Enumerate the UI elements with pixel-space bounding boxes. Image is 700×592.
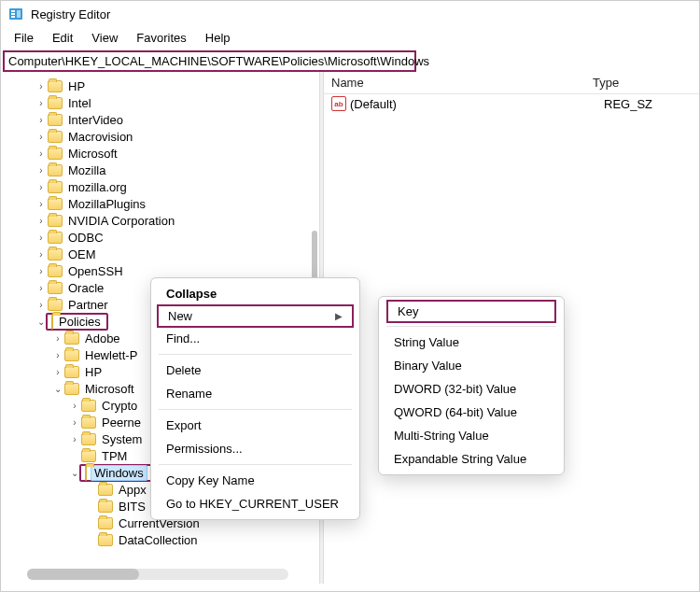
tree-item-label: Appx xyxy=(117,483,148,497)
values-header: Name Type xyxy=(324,72,699,94)
address-bar[interactable]: Computer\HKEY_LOCAL_MACHINE\SOFTWARE\Pol… xyxy=(3,50,416,72)
tree-scrollbar-h[interactable] xyxy=(27,569,288,580)
svg-rect-3 xyxy=(11,16,15,18)
folder-icon xyxy=(81,400,96,412)
folder-icon xyxy=(64,383,79,395)
ctx-collapse[interactable]: Collapse xyxy=(151,282,359,305)
tree-item[interactable]: ›NVIDIA Corporation xyxy=(1,212,319,229)
menu-file[interactable]: File xyxy=(7,29,41,47)
chevron-right-icon[interactable]: › xyxy=(51,367,64,377)
ctx-new-string[interactable]: String Value xyxy=(379,331,564,354)
folder-icon xyxy=(48,248,63,261)
chevron-right-icon[interactable]: › xyxy=(35,132,48,142)
chevron-right-icon[interactable]: › xyxy=(51,333,64,344)
folder-icon xyxy=(48,232,63,244)
folder-icon xyxy=(81,416,96,429)
tree-item[interactable]: ›Mozilla xyxy=(1,162,319,178)
folder-icon xyxy=(98,484,113,496)
menu-edit[interactable]: Edit xyxy=(45,29,80,47)
value-row[interactable]: ab (Default) REG_SZ xyxy=(324,94,699,113)
highlight-box: Policies xyxy=(46,313,108,331)
ctx-export[interactable]: Export xyxy=(151,414,359,437)
ctx-goto-hkcu[interactable]: Go to HKEY_CURRENT_USER xyxy=(151,492,359,515)
folder-icon xyxy=(64,332,79,345)
chevron-right-icon[interactable]: › xyxy=(35,182,48,192)
chevron-right-icon[interactable]: › xyxy=(68,434,81,444)
ctx-permissions[interactable]: Permissions... xyxy=(151,437,359,460)
ctx-new-expandstring[interactable]: Expandable String Value xyxy=(379,447,564,471)
chevron-right-icon[interactable]: › xyxy=(35,199,48,209)
col-header-name[interactable]: Name xyxy=(324,72,585,93)
folder-icon xyxy=(48,282,63,294)
ctx-new-binary[interactable]: Binary Value xyxy=(379,354,564,377)
chevron-right-icon[interactable]: › xyxy=(35,300,48,310)
folder-icon xyxy=(81,433,96,445)
tree-item-label: Oracle xyxy=(66,281,105,295)
tree-item[interactable]: DataCollection xyxy=(1,531,319,548)
chevron-right-icon[interactable]: › xyxy=(35,81,48,92)
svg-rect-2 xyxy=(11,13,15,15)
ctx-rename[interactable]: Rename xyxy=(151,382,359,405)
menu-bar: File Edit View Favorites Help xyxy=(1,27,699,50)
tree-item[interactable]: ›Microsoft xyxy=(1,145,319,162)
ctx-new-key[interactable]: Key xyxy=(386,300,556,323)
tree-item[interactable]: ›ODBC xyxy=(1,229,319,246)
chevron-right-icon[interactable]: › xyxy=(51,350,64,360)
ctx-delete[interactable]: Delete xyxy=(151,359,359,382)
chevron-right-icon[interactable]: › xyxy=(35,266,48,276)
tree-item-label: ODBC xyxy=(66,231,105,245)
string-value-icon: ab xyxy=(331,96,346,111)
menu-favorites[interactable]: Favorites xyxy=(129,29,193,47)
tree-item[interactable]: ›mozilla.org xyxy=(1,178,319,195)
chevron-right-icon[interactable]: › xyxy=(35,283,48,293)
tree-item-label: Microsoft xyxy=(66,147,119,161)
tree-item-label: HP xyxy=(66,79,87,93)
scrollbar-thumb[interactable] xyxy=(27,569,139,580)
tree-item-label: InterVideo xyxy=(66,113,125,127)
ctx-separator xyxy=(159,409,352,410)
chevron-right-icon[interactable]: › xyxy=(35,115,48,125)
ctx-separator xyxy=(159,464,352,465)
title-bar: Registry Editor xyxy=(1,1,699,27)
chevron-right-icon[interactable]: › xyxy=(35,233,48,243)
ctx-new-dword[interactable]: DWORD (32-bit) Value xyxy=(379,377,564,401)
tree-item-label: MozillaPlugins xyxy=(66,197,147,211)
tree-item[interactable]: ›Intel xyxy=(1,94,319,111)
folder-icon xyxy=(48,181,63,193)
tree-item[interactable]: ›MozillaPlugins xyxy=(1,195,319,212)
chevron-right-icon[interactable]: › xyxy=(35,165,48,176)
tree-item[interactable]: ›Macrovision xyxy=(1,128,319,145)
folder-icon xyxy=(48,265,63,277)
tree-item[interactable]: ›InterVideo xyxy=(1,111,319,128)
menu-help[interactable]: Help xyxy=(198,29,238,47)
folder-icon xyxy=(48,198,63,210)
tree-item[interactable]: ›OEM xyxy=(1,246,319,262)
ctx-copy-key-name[interactable]: Copy Key Name xyxy=(151,469,359,492)
menu-view[interactable]: View xyxy=(84,29,125,47)
ctx-new-qword[interactable]: QWORD (64-bit) Value xyxy=(379,401,564,424)
folder-icon xyxy=(48,80,63,92)
tree-item[interactable]: ›HP xyxy=(1,78,319,94)
tree-item-label: Mozilla xyxy=(66,163,107,177)
tree-item-label: BITS xyxy=(117,500,147,514)
folder-icon xyxy=(48,97,63,109)
tree-item-label: Windows xyxy=(91,465,147,481)
window-title: Registry Editor xyxy=(31,7,110,21)
ctx-new-multistring[interactable]: Multi-String Value xyxy=(379,424,564,447)
folder-icon xyxy=(48,114,63,126)
col-header-type[interactable]: Type xyxy=(585,72,699,93)
chevron-right-icon[interactable]: › xyxy=(35,148,48,159)
chevron-right-icon[interactable]: › xyxy=(68,401,81,411)
ctx-find[interactable]: Find... xyxy=(151,327,359,350)
chevron-right-icon[interactable]: › xyxy=(68,417,81,428)
chevron-right-icon[interactable]: › xyxy=(35,249,48,260)
chevron-down-icon[interactable]: ⌄ xyxy=(51,384,64,394)
chevron-right-icon[interactable]: › xyxy=(35,98,48,108)
tree-item-label: Hewlett-P xyxy=(83,348,139,362)
folder-icon xyxy=(48,148,63,160)
tree-item-label: Partner xyxy=(66,298,110,312)
ctx-new[interactable]: New▶ xyxy=(157,304,354,328)
tree-item-label: Microsoft xyxy=(83,382,136,396)
chevron-right-icon[interactable]: › xyxy=(35,216,48,226)
submenu-arrow-icon: ▶ xyxy=(335,311,343,321)
